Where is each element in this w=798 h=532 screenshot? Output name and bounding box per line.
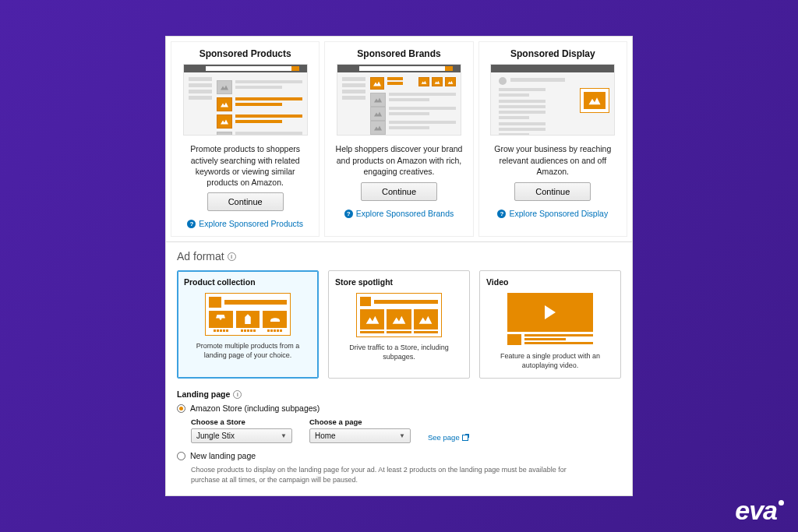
continue-button-sb[interactable]: Continue	[361, 182, 437, 201]
mock-store-spotlight	[356, 293, 442, 337]
mock-sponsored-products	[183, 64, 308, 136]
see-page-link[interactable]: See page	[428, 433, 468, 442]
format-title: Store spotlight	[335, 277, 393, 287]
info-icon[interactable]: i	[233, 390, 242, 399]
format-video[interactable]: Video Feature a single product with an a…	[479, 270, 621, 379]
card-title: Sponsored Products	[200, 42, 291, 64]
choose-store-label: Choose a Store	[191, 417, 292, 426]
help-icon: ?	[344, 210, 353, 218]
format-desc: Promote multiple products from a landing…	[184, 342, 312, 360]
explore-link-sp[interactable]: ? Explore Sponsored Products	[187, 219, 303, 236]
continue-button-sp[interactable]: Continue	[207, 192, 284, 211]
card-title: Sponsored Brands	[357, 42, 440, 64]
format-title: Video	[486, 277, 508, 287]
card-desc: Promote products to shoppers actively se…	[171, 136, 319, 192]
format-store-spotlight[interactable]: Store spotlight Drive traffic to a Store…	[328, 270, 470, 379]
continue-button-sd[interactable]: Continue	[514, 182, 591, 201]
mock-sponsored-display	[490, 64, 615, 136]
mock-product-collection	[205, 293, 291, 336]
help-icon: ?	[497, 210, 506, 218]
section-title-ad-format: Ad format i	[177, 250, 621, 262]
explore-link-sd[interactable]: ? Explore Sponsored Display	[497, 209, 608, 226]
campaign-panel: Sponsored Products Promote products to s…	[165, 36, 633, 495]
explore-link-sb[interactable]: ? Explore Sponsored Brands	[344, 209, 454, 226]
campaign-type-cards: Sponsored Products Promote products to s…	[166, 37, 632, 241]
chevron-down-icon: ▼	[281, 432, 287, 439]
brand-logo: eva	[735, 495, 784, 526]
section-title-landing: Landing page i	[177, 389, 621, 399]
card-sponsored-products: Sponsored Products Promote products to s…	[171, 41, 320, 237]
store-selectors: Choose a Store Jungle Stix ▼ Choose a pa…	[191, 417, 621, 443]
ad-format-section: Ad format i Product collection Promote m…	[166, 241, 632, 495]
radio-icon	[177, 404, 185, 413]
card-desc: Help shoppers discover your brand and pr…	[325, 136, 472, 182]
chevron-down-icon: ▼	[399, 432, 405, 439]
info-icon[interactable]: i	[228, 252, 236, 261]
mock-video	[507, 293, 593, 346]
choose-page-label: Choose a page	[309, 417, 411, 426]
help-icon: ?	[187, 220, 196, 228]
format-desc: Drive traffic to a Store, including subp…	[335, 344, 463, 361]
radio-amazon-store[interactable]: Amazon Store (including subpages)	[177, 403, 621, 413]
radio-icon	[177, 452, 185, 460]
ad-format-options: Product collection Promote multiple prod…	[177, 270, 621, 379]
helper-text: Choose products to display on the landin…	[191, 465, 596, 484]
format-product-collection[interactable]: Product collection Promote multiple prod…	[177, 270, 319, 379]
card-sponsored-brands: Sponsored Brands	[324, 41, 473, 237]
format-desc: Feature a single product with an autopla…	[486, 352, 614, 370]
card-sponsored-display: Sponsored Display Grow your business by …	[478, 41, 627, 237]
card-title: Sponsored Display	[510, 42, 595, 64]
choose-page-select[interactable]: Home ▼	[309, 428, 411, 443]
external-link-icon	[462, 435, 468, 441]
card-desc: Grow your business by reaching relevant …	[479, 136, 627, 182]
radio-new-landing-page[interactable]: New landing page	[177, 451, 621, 460]
landing-page-section: Landing page i Amazon Store (including s…	[177, 389, 621, 484]
format-title: Product collection	[184, 277, 256, 287]
choose-store-select[interactable]: Jungle Stix ▼	[191, 428, 292, 443]
mock-sponsored-brands	[337, 64, 461, 136]
